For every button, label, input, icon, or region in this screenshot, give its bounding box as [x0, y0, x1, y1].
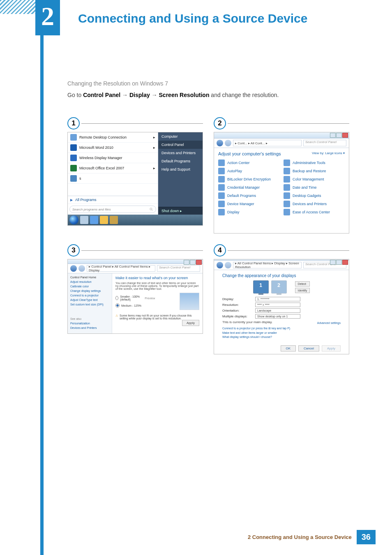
cp-item[interactable]: Action Center	[218, 160, 279, 166]
ok-button[interactable]: OK	[281, 345, 296, 352]
see-also: See also	[70, 317, 109, 320]
apply-button[interactable]: Apply	[322, 345, 341, 352]
start-orb-icon[interactable]	[69, 215, 78, 224]
resolution-label: Resolution:	[222, 303, 251, 307]
start-right-item[interactable]: Computer	[158, 132, 203, 141]
advanced-link[interactable]: Advanced settings	[317, 321, 341, 324]
nav-back-icon[interactable]	[217, 140, 223, 146]
maximize-icon[interactable]	[336, 133, 342, 138]
radio-smaller[interactable]: Smaller - 100% (default) Preview	[115, 295, 155, 301]
link-textsize[interactable]: Make text and other items larger or smal…	[222, 331, 341, 334]
radio-label: Smaller - 100% (default)	[120, 295, 140, 301]
search-input[interactable]: Search Control Panel	[157, 265, 200, 272]
start-item[interactable]: Wireless Display Manager	[68, 153, 158, 163]
start-item[interactable]: Microsoft Word 2010▸	[68, 143, 158, 153]
cp-item[interactable]: Default Programs	[218, 192, 279, 199]
cp-item[interactable]: BitLocker Drive Encryption	[218, 176, 279, 183]
apply-button[interactable]: Apply	[182, 320, 199, 326]
nav-back-icon[interactable]	[217, 262, 223, 268]
search-input[interactable]: Search Control Panel	[303, 140, 346, 146]
badge-3: 3	[67, 244, 80, 257]
close-icon[interactable]	[342, 260, 348, 265]
cp-item[interactable]: Backup and Restore	[284, 168, 345, 174]
side-link[interactable]: Devices and Printers	[70, 326, 109, 329]
cp-item-label: Ease of Access Center	[293, 210, 330, 214]
identify-button[interactable]: Identify	[295, 288, 310, 293]
start-right-item[interactable]: Control Panel	[158, 141, 203, 149]
start-item-label: s	[79, 176, 81, 180]
taskbar-icon[interactable]	[100, 216, 108, 224]
screenshot-3: 3 ▸ Control Panel ▸ All Control Panel It…	[67, 244, 203, 354]
cp-item-icon	[284, 192, 290, 199]
cp-item-icon	[218, 160, 225, 166]
breadcrumb[interactable]: ▸ Control Panel ▸ All Control Panel Item…	[87, 265, 155, 272]
nav-fwd-icon[interactable]	[225, 140, 231, 146]
side-link[interactable]: Adjust ClearType text	[70, 298, 109, 301]
svg-point-0	[150, 208, 152, 210]
taskbar-icon[interactable]	[80, 216, 88, 224]
monitor-2-icon[interactable]: 2	[271, 280, 287, 294]
link-projector[interactable]: Connect to a projector (or press the ⊞ k…	[222, 327, 341, 330]
start-item[interactable]: Remote Desktop Connection▸	[68, 132, 158, 143]
cancel-button[interactable]: Cancel	[298, 345, 319, 352]
start-item[interactable]: Microsoft Office Excel 2007▸	[68, 163, 158, 173]
side-link[interactable]: Calibrate color	[70, 285, 109, 288]
instruction-line: Go to Control Panel → Display → Screen R…	[67, 92, 355, 98]
side-link[interactable]: Connect to a projector	[70, 294, 109, 297]
cp-item[interactable]: Desktop Gadgets	[284, 192, 345, 199]
monitor-1-icon[interactable]: 1	[253, 280, 269, 294]
all-programs[interactable]: All Programs	[68, 196, 158, 204]
nav-fwd-icon[interactable]	[225, 262, 231, 268]
cp-heading: Adjust your computer's settings	[218, 151, 281, 156]
instr-suffix: and change the resolution.	[211, 92, 279, 98]
taskbar-icon[interactable]	[90, 216, 98, 224]
cp-item[interactable]: Ease of Access Center	[284, 209, 345, 215]
side-link[interactable]: Adjust resolution	[70, 280, 109, 283]
cp-item[interactable]: Display	[218, 209, 279, 215]
close-icon[interactable]	[196, 260, 202, 265]
page-hatch	[0, 0, 37, 14]
panel-desc: You can change the size of text and othe…	[115, 282, 199, 290]
cp-item-icon	[218, 176, 225, 183]
side-link[interactable]: Change display settings	[70, 289, 109, 292]
cp-item[interactable]: Devices and Printers	[284, 201, 345, 207]
maximize-icon[interactable]	[336, 260, 342, 265]
start-item[interactable]: s	[68, 173, 158, 184]
minimize-icon[interactable]	[184, 260, 189, 265]
orientation-select[interactable]: Landscape	[255, 308, 300, 313]
shutdown-button[interactable]: Shut down ▸	[158, 207, 203, 215]
minimize-icon[interactable]	[330, 133, 336, 138]
window-titlebar	[214, 259, 349, 261]
cp-item[interactable]: Credential Manager	[218, 184, 279, 191]
resolution-select[interactable]: **** × ****	[255, 303, 300, 307]
side-link[interactable]: Set custom text size (DPI)	[70, 303, 109, 306]
cp-item-icon	[284, 160, 290, 166]
link-help[interactable]: What display settings should I choose?	[222, 335, 341, 338]
taskbar-icon[interactable]	[110, 216, 118, 224]
start-right-item[interactable]: Help and Support	[158, 165, 203, 173]
display-select[interactable]: 1. ********	[255, 297, 300, 301]
close-icon[interactable]	[342, 133, 348, 138]
start-right-item[interactable]: Default Programs	[158, 157, 203, 165]
minimize-icon[interactable]	[330, 260, 336, 265]
cp-home[interactable]: Control Panel Home	[70, 276, 109, 279]
radio-medium[interactable]: Medium - 125%	[115, 303, 155, 308]
view-by[interactable]: View by: Large icons ▾	[312, 151, 345, 156]
detect-button[interactable]: Detect	[295, 281, 310, 287]
maximize-icon[interactable]	[190, 260, 196, 265]
cp-item[interactable]: AutoPlay	[218, 168, 279, 174]
nav-back-icon[interactable]	[70, 265, 77, 272]
multi-select[interactable]: Show desktop only on 1	[255, 314, 300, 319]
side-link[interactable]: Personalization	[70, 322, 109, 325]
start-right-item[interactable]: Devices and Printers	[158, 149, 203, 157]
cp-item[interactable]: Color Management	[284, 176, 345, 183]
cp-item[interactable]: Device Manager	[218, 201, 279, 207]
nav-fwd-icon[interactable]	[78, 265, 85, 272]
panel-title: Make it easier to read what's on your sc…	[115, 276, 199, 280]
search-input[interactable]: Search programs and files	[69, 206, 156, 213]
cp-item[interactable]: Date and Time	[284, 184, 345, 191]
breadcrumb[interactable]: ▸ All Control Panel Items ▸ Display ▸ Sc…	[233, 262, 302, 268]
window-titlebar	[214, 132, 349, 139]
breadcrumb[interactable]: ▸ Cont... ▸ All Cont... ▸	[233, 140, 302, 146]
cp-item[interactable]: Administrative Tools	[284, 160, 345, 166]
